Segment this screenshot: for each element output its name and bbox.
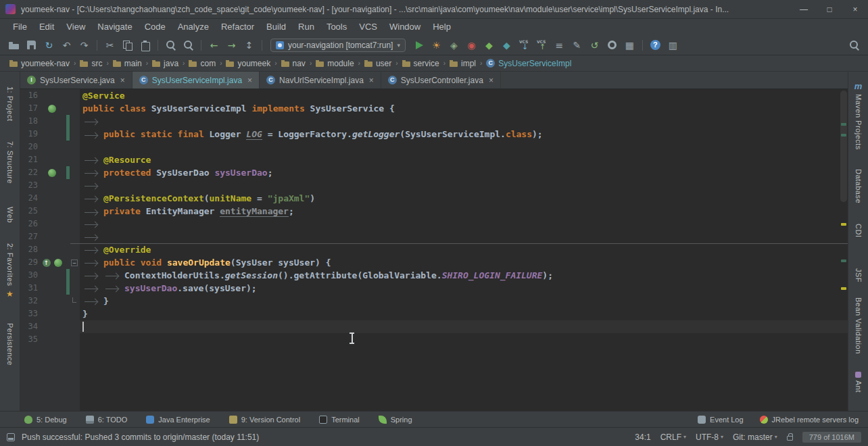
copy-icon[interactable] <box>119 37 136 53</box>
spring-bean-icon[interactable] <box>54 259 62 267</box>
debug-icon[interactable]: ☀ <box>428 37 445 53</box>
code-text[interactable]: public void saveOrUpdate(SysUser sysUser… <box>80 256 848 269</box>
line-number[interactable]: 21 <box>20 153 38 166</box>
tool-button-spring[interactable]: Spring <box>379 416 412 424</box>
code-text[interactable]: @Override <box>80 243 848 256</box>
rollback-icon[interactable]: ↺ <box>586 37 603 53</box>
menu-refactor[interactable]: Refactor <box>215 19 260 35</box>
line-number[interactable]: 20 <box>20 141 38 153</box>
tool-button-bean-validation[interactable]: Bean Validation <box>854 297 863 354</box>
tool-button-5-debug[interactable]: 5: Debug <box>24 416 67 424</box>
warning-stripe-mark[interactable] <box>841 287 846 290</box>
line-number[interactable]: 31 <box>20 282 38 295</box>
breadcrumb-src[interactable]: src <box>78 59 103 68</box>
change-stripe-mark[interactable] <box>841 123 846 126</box>
git-branch-widget[interactable]: Git: master <box>733 432 777 442</box>
menu-tools[interactable]: Tools <box>320 19 353 35</box>
code-text[interactable]: ContextHolderUtils.getSession().getAttri… <box>80 269 848 282</box>
fold-end-icon[interactable] <box>72 297 76 303</box>
code-text[interactable] <box>80 141 848 153</box>
line-number[interactable]: 22 <box>20 166 38 179</box>
code-text[interactable]: public static final Logger LOG = LoggerF… <box>80 128 848 141</box>
back-icon[interactable]: ← <box>206 37 222 53</box>
line-number[interactable]: 26 <box>20 218 38 230</box>
code-text[interactable] <box>80 333 848 346</box>
run-with-coverage-icon[interactable]: ◈ <box>445 37 462 53</box>
code-text[interactable] <box>80 115 848 128</box>
help-icon[interactable] <box>647 37 664 53</box>
run-icon[interactable] <box>410 37 427 53</box>
tool-button-database[interactable]: Database <box>854 169 863 203</box>
tool-button-2-favorites[interactable]: 2: Favorites★ <box>6 243 14 298</box>
jrebel-run-icon[interactable]: ◆ <box>481 37 498 53</box>
close-tab-icon[interactable]: × <box>120 76 125 85</box>
menu-view[interactable]: View <box>60 19 91 35</box>
code-text[interactable] <box>80 179 848 192</box>
line-number[interactable]: 19 <box>20 128 38 141</box>
code-text[interactable] <box>80 218 848 230</box>
line-number[interactable]: 25 <box>20 205 38 218</box>
paste-icon[interactable] <box>137 37 153 53</box>
tool-button-terminal[interactable]: Terminal <box>319 416 360 424</box>
forward-icon[interactable]: → <box>223 37 240 53</box>
line-number[interactable]: 27 <box>20 230 38 243</box>
breadcrumb-impl[interactable]: impl <box>448 59 477 68</box>
tool-button-7-structure[interactable]: 7: Structure <box>6 141 14 184</box>
maven-refresh-icon[interactable]: ▥ <box>665 37 681 53</box>
tool-button-jsf[interactable]: JSF <box>854 268 863 282</box>
tool-button-6-todo[interactable]: 6: TODO <box>86 416 128 424</box>
breadcrumb-service[interactable]: service <box>401 59 441 68</box>
project-structure-icon[interactable]: ▦ <box>621 37 638 53</box>
line-number[interactable]: 30 <box>20 269 38 282</box>
tool-button-1-project[interactable]: 1: Project <box>6 86 14 121</box>
line-number[interactable]: 32 <box>20 295 38 307</box>
breadcrumb-sysuserserviceimpl[interactable]: CSysUserServiceImpl <box>485 59 573 68</box>
encoding-select[interactable]: UTF-8 <box>696 432 723 442</box>
line-number[interactable]: 33 <box>20 307 38 320</box>
fold-collapse-icon[interactable]: − <box>71 259 78 266</box>
line-number[interactable]: 24 <box>20 192 38 205</box>
tool-button-cdi[interactable]: CDI <box>854 224 863 237</box>
show-changes-icon[interactable]: ≡ <box>551 37 568 53</box>
memory-indicator[interactable]: 779 of 1016M <box>802 432 861 443</box>
profiler-icon[interactable]: ◉ <box>463 37 480 53</box>
change-stripe-mark[interactable] <box>841 259 846 262</box>
maximize-button[interactable]: □ <box>819 2 840 17</box>
tool-button-persistence[interactable]: Persistence <box>6 323 14 366</box>
update-project-icon[interactable] <box>516 37 533 53</box>
code-text[interactable]: @Resource <box>80 153 848 166</box>
close-tab-icon[interactable]: × <box>247 76 252 85</box>
open-file-icon[interactable] <box>5 37 22 53</box>
menu-navigate[interactable]: Navigate <box>91 19 138 35</box>
cut-icon[interactable]: ✂ <box>101 37 118 53</box>
line-number[interactable]: 23 <box>20 179 38 192</box>
change-stripe-mark[interactable] <box>841 134 846 137</box>
settings-icon[interactable] <box>604 37 621 53</box>
menu-build[interactable]: Build <box>260 19 292 35</box>
caret-position[interactable]: 34:1 <box>635 432 650 442</box>
search-everywhere-icon[interactable] <box>846 37 863 53</box>
line-number[interactable]: 28 <box>20 243 38 256</box>
tab-sysuserservice-java[interactable]: ISysUserService.java× <box>20 72 132 89</box>
breadcrumb-youmeek-nav[interactable]: youmeek-nav <box>8 59 71 68</box>
minimize-button[interactable]: — <box>794 2 814 17</box>
tool-button-9-version-control[interactable]: 9: Version Control <box>229 416 300 424</box>
menu-window[interactable]: Window <box>383 19 427 35</box>
breadcrumb-nav[interactable]: nav <box>280 59 307 68</box>
line-number[interactable]: 34 <box>20 320 38 333</box>
synchronize-icon[interactable]: ↻ <box>41 37 57 53</box>
commit-changes-icon[interactable] <box>533 37 550 53</box>
lock-icon[interactable] <box>787 436 793 441</box>
tool-button-maven-projects[interactable]: mMaven Projects <box>854 81 863 150</box>
tool-button-web[interactable]: Web <box>6 207 14 223</box>
editor[interactable]: 16@Service17public class SysUserServiceI… <box>20 89 848 411</box>
replace-icon[interactable] <box>180 37 197 53</box>
code-text[interactable]: @PersistenceContext(unitName = "jpaXml") <box>80 192 848 205</box>
save-all-icon[interactable] <box>23 37 40 53</box>
code-text[interactable]: @Service <box>80 89 848 102</box>
code-text[interactable]: public class SysUserServiceImpl implemen… <box>80 102 848 115</box>
recent-changes-icon[interactable]: ↕ <box>241 37 258 53</box>
code-text[interactable] <box>80 320 848 333</box>
breadcrumb-youmeek[interactable]: youmeek <box>224 59 272 68</box>
spring-bean-icon[interactable] <box>48 105 56 113</box>
